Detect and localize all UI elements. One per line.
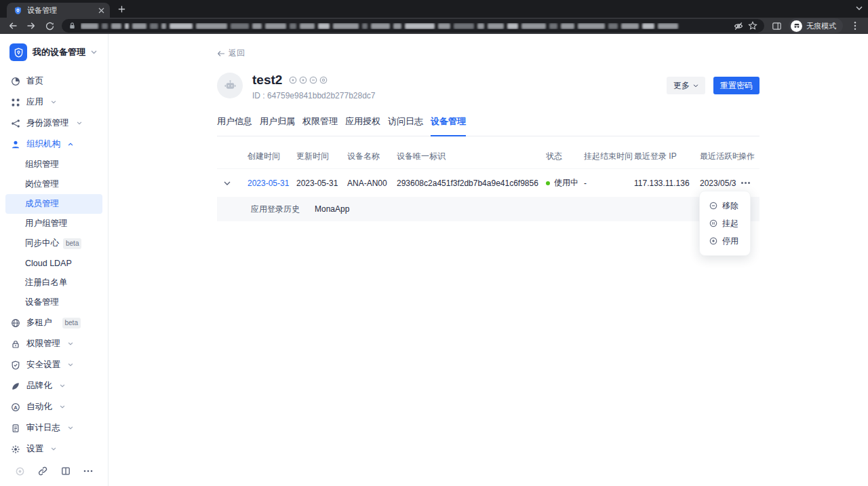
footer-logo-icon bbox=[15, 466, 25, 476]
column-header: 创建时间 bbox=[248, 151, 296, 162]
stop-circle-icon bbox=[709, 237, 717, 245]
tab-favicon-shield-icon bbox=[14, 6, 22, 15]
forward-button-icon[interactable] bbox=[25, 20, 37, 32]
browser-menu-icon[interactable] bbox=[849, 20, 861, 32]
tab-access-logs[interactable]: 访问日志 bbox=[388, 115, 423, 136]
sidebar-item-label: 应用 bbox=[26, 96, 43, 108]
sidebar-item-home[interactable]: 首页 bbox=[0, 71, 108, 92]
side-panel-icon[interactable] bbox=[770, 20, 783, 32]
user-group-icon bbox=[11, 140, 20, 149]
expanded-login-history-row: 应用登录历史 MonaApp bbox=[217, 197, 760, 221]
sidebar-item-organization[interactable]: 组织机构 bbox=[0, 134, 108, 155]
menu-item-remove[interactable]: 移除 bbox=[700, 197, 750, 214]
eye-slash-icon[interactable] bbox=[734, 22, 743, 31]
bookmark-star-icon[interactable] bbox=[748, 21, 757, 31]
chevron-down-icon bbox=[224, 181, 231, 185]
sidebar-item-label: 设备管理 bbox=[25, 297, 59, 308]
tab-search-chevron-icon[interactable] bbox=[856, 6, 863, 11]
automation-icon: A bbox=[11, 403, 20, 412]
menu-item-label: 移除 bbox=[722, 200, 738, 212]
status-label: 使用中 bbox=[554, 177, 578, 189]
chevron-down-icon bbox=[77, 122, 82, 125]
row-actions-menu: 移除 挂起 停用 bbox=[699, 191, 751, 256]
beta-badge: beta bbox=[63, 238, 81, 249]
column-header: 最近登录 IP bbox=[634, 151, 700, 162]
chevron-down-icon bbox=[693, 84, 698, 88]
sidebar: 我的设备管理 首页 应用 身份源管理 组织机构 bbox=[0, 34, 108, 486]
menu-item-disable[interactable]: 停用 bbox=[700, 232, 750, 250]
sidebar-item-automation[interactable]: A 自动化 bbox=[0, 396, 108, 417]
workspace-switcher[interactable]: 我的设备管理 bbox=[0, 34, 108, 68]
sidebar-item-label: 品牌化 bbox=[26, 380, 52, 392]
reset-password-button[interactable]: 重置密码 bbox=[713, 77, 760, 94]
reload-button-icon[interactable] bbox=[43, 20, 56, 32]
created-time-link[interactable]: 2023-05-31 bbox=[248, 179, 296, 188]
sidebar-item-sync-center[interactable]: 同步中心beta bbox=[5, 233, 102, 253]
sidebar-item-label: 审计日志 bbox=[26, 422, 60, 434]
sidebar-item-org-management[interactable]: 组织管理 bbox=[5, 155, 102, 174]
workspace-shield-icon bbox=[9, 43, 27, 61]
chevron-down-icon bbox=[68, 426, 73, 430]
chevron-down-icon bbox=[68, 363, 73, 367]
login-history-label: 应用登录历史 bbox=[251, 204, 300, 215]
sidebar-footer bbox=[0, 456, 108, 486]
menu-item-suspend[interactable]: 挂起 bbox=[700, 214, 750, 232]
share-icon bbox=[11, 119, 20, 128]
chevron-down-icon bbox=[51, 100, 56, 104]
tab-app-authorization[interactable]: 应用授权 bbox=[345, 115, 380, 136]
sidebar-item-branding[interactable]: 品牌化 bbox=[0, 375, 108, 396]
minus-circle-icon bbox=[709, 202, 717, 210]
tab-device-management[interactable]: 设备管理 bbox=[431, 115, 466, 136]
sidebar-item-position-management[interactable]: 岗位管理 bbox=[5, 174, 102, 194]
sidebar-item-permission-management[interactable]: 权限管理 bbox=[0, 333, 108, 354]
back-button-icon[interactable] bbox=[7, 20, 19, 32]
sidebar-item-label: 成员管理 bbox=[25, 198, 59, 210]
sidebar-item-label: 设置 bbox=[26, 443, 43, 455]
last-login-ip: 117.133.11.136 bbox=[634, 179, 700, 188]
tab-close-icon[interactable] bbox=[98, 7, 104, 14]
sidebar-item-audit-logs[interactable]: 审计日志 bbox=[0, 417, 108, 438]
lock-icon bbox=[68, 22, 76, 30]
sidebar-item-member-management[interactable]: 成员管理 bbox=[5, 194, 102, 214]
row-expand-toggle[interactable] bbox=[217, 181, 248, 185]
back-arrow-icon bbox=[217, 50, 225, 57]
sidebar-item-device-management[interactable]: 设备管理 bbox=[5, 293, 102, 312]
chevron-down-icon bbox=[60, 384, 65, 388]
link-icon[interactable] bbox=[38, 466, 47, 476]
table-row: 2023-05-31 2023-05-31 ANA-AN00 293608c2a… bbox=[217, 169, 760, 197]
back-link[interactable]: 返回 bbox=[217, 48, 245, 59]
sidebar-item-cloud-ldap[interactable]: Cloud LDAP bbox=[5, 253, 102, 273]
more-button[interactable]: 更多 bbox=[667, 77, 705, 94]
paint-leaf-icon bbox=[11, 381, 20, 391]
suspend-end-time: - bbox=[584, 179, 634, 188]
chevron-down-icon bbox=[68, 342, 73, 345]
shield-check-icon bbox=[11, 360, 20, 370]
tab-user-info[interactable]: 用户信息 bbox=[217, 115, 252, 136]
sidebar-item-label: Cloud LDAP bbox=[25, 259, 72, 268]
sidebar-item-apps[interactable]: 应用 bbox=[0, 92, 108, 113]
new-tab-button[interactable] bbox=[117, 4, 127, 14]
grid-icon bbox=[11, 98, 20, 107]
sidebar-item-multi-tenant[interactable]: 多租户 beta bbox=[0, 312, 108, 333]
column-header: 最近活跃时 bbox=[700, 151, 738, 162]
sidebar-item-register-whitelist[interactable]: 注册白名单 bbox=[5, 273, 102, 293]
status-badge-icon bbox=[309, 76, 317, 84]
tab-user-affiliation[interactable]: 用户归属 bbox=[260, 115, 295, 136]
login-history-app: MonaApp bbox=[315, 204, 349, 214]
column-header: 状态 bbox=[546, 151, 584, 162]
sidebar-item-label: 安全设置 bbox=[26, 359, 60, 371]
book-icon[interactable] bbox=[61, 466, 71, 476]
more-icon[interactable] bbox=[83, 470, 93, 472]
sidebar-item-user-group-management[interactable]: 用户组管理 bbox=[5, 214, 102, 233]
main-content: 返回 test2 ID : 64759e9841bbd2b277b28dc7 bbox=[108, 34, 868, 486]
tab-permission-management[interactable]: 权限管理 bbox=[302, 115, 338, 136]
row-actions-button[interactable] bbox=[738, 178, 753, 188]
sidebar-item-identity-sources[interactable]: 身份源管理 bbox=[0, 113, 108, 134]
sidebar-item-label: 注册白名单 bbox=[25, 277, 68, 288]
address-bar[interactable] bbox=[62, 19, 764, 33]
browser-tab[interactable]: 设备管理 bbox=[7, 3, 110, 18]
sidebar-item-security-settings[interactable]: 安全设置 bbox=[0, 354, 108, 375]
incognito-label: 无痕模式 bbox=[806, 21, 836, 31]
device-uid: 293608c2a451f3f2db7b4a9e41c6f9856 bbox=[397, 179, 546, 188]
status-badge-icon bbox=[289, 76, 297, 84]
